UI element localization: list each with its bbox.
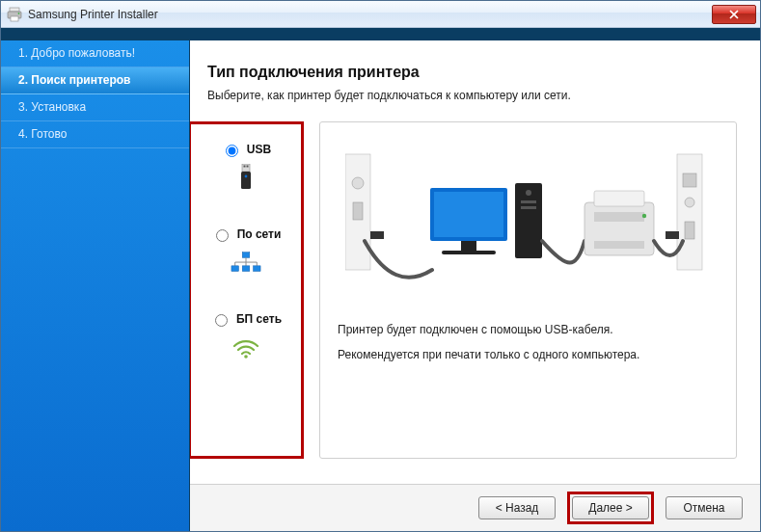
svg-rect-36 [677,154,702,270]
svg-rect-29 [521,200,536,203]
page-heading: Тип подключения принтера [207,64,737,81]
svg-rect-34 [594,241,644,249]
wizard-footer: < Назад Далее > Отмена [190,484,760,531]
label-usb[interactable]: USB [247,143,271,156]
connection-preview: Принтер будет подключен с помощью USB-ка… [319,121,737,459]
radio-wireless[interactable] [215,314,228,327]
option-usb[interactable]: USB [197,142,295,192]
svg-rect-24 [434,192,503,237]
connection-options-highlight: USB [190,121,304,459]
svg-rect-32 [594,191,644,206]
usb-icon [231,165,261,192]
svg-point-20 [352,177,364,189]
close-button[interactable] [712,5,756,24]
svg-rect-16 [242,266,250,272]
sidebar-step-search: 2. Поиск принтеров [1,67,189,94]
sidebar-step-install: 3. Установка [1,94,189,121]
svg-point-35 [641,214,645,218]
svg-rect-7 [241,172,251,189]
svg-rect-2 [11,16,18,21]
connection-info: Принтер будет подключен с помощью USB-ка… [338,323,719,373]
close-icon [729,10,739,19]
sidebar-step-done: 4. Готово [1,121,189,148]
sidebar-step-welcome: 1. Добро пожаловать! [1,40,189,67]
svg-rect-4 [242,164,250,172]
svg-rect-21 [353,202,363,220]
info-line-1: Принтер будет подключен с помощью USB-ка… [338,323,719,336]
svg-rect-33 [594,212,644,222]
network-icon [231,250,261,277]
radio-network[interactable] [216,229,229,242]
page-subtitle: Выберите, как принтер будет подключаться… [207,89,737,102]
svg-rect-17 [254,266,261,272]
svg-rect-22 [370,231,384,239]
svg-point-18 [244,355,248,359]
wifi-icon [231,334,261,361]
installer-window: Samsung Printer Installer 1. Добро пожал… [0,0,761,532]
svg-rect-15 [231,266,239,272]
svg-rect-39 [685,222,694,239]
cancel-button[interactable]: Отмена [666,496,743,519]
printer-app-icon [7,7,22,22]
label-wireless[interactable]: БП сеть [236,312,282,326]
label-network[interactable]: По сети [237,227,282,241]
connection-illustration [338,140,719,304]
svg-point-38 [685,198,694,207]
svg-point-8 [245,175,248,178]
sidebar: 1. Добро пожаловать! 2. Поиск принтеров … [1,40,190,531]
svg-rect-6 [247,166,249,168]
next-button-highlight: Далее > [567,492,654,524]
info-line-2: Рекомендуется при печати только с одного… [338,348,719,361]
svg-rect-26 [442,251,496,254]
option-network[interactable]: По сети [197,226,295,277]
radio-usb[interactable] [226,145,238,157]
top-strip [1,28,760,40]
svg-rect-40 [666,231,679,239]
window-title: Samsung Printer Installer [28,8,712,21]
option-wireless[interactable]: БП сеть [197,311,295,361]
svg-point-28 [526,190,531,196]
svg-rect-9 [242,253,250,258]
main-panel: Тип подключения принтера Выберите, как п… [190,40,760,531]
svg-point-3 [18,13,20,14]
svg-rect-25 [461,241,476,251]
titlebar: Samsung Printer Installer [1,1,760,28]
next-button[interactable]: Далее > [572,496,649,519]
svg-rect-0 [10,8,19,12]
svg-rect-5 [244,166,246,168]
svg-rect-30 [521,206,536,209]
svg-rect-37 [683,173,696,187]
back-button[interactable]: < Назад [478,496,556,519]
